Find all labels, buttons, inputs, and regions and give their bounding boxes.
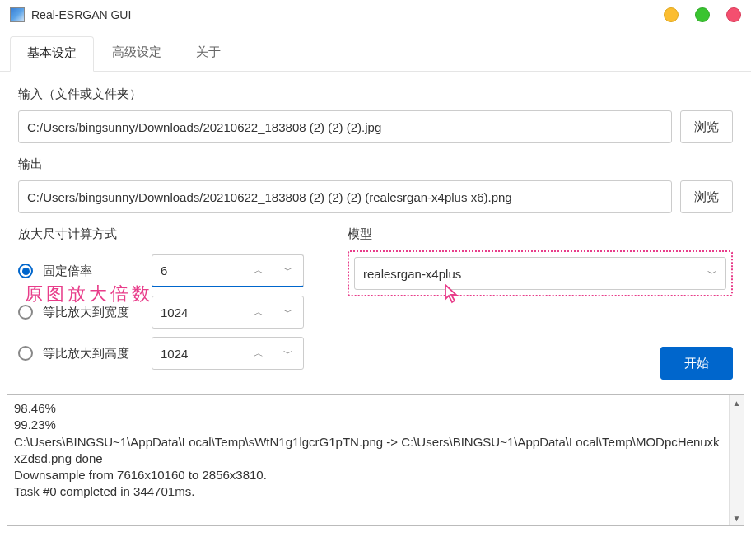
width-spinner[interactable]: 1024 ︿ ﹀ xyxy=(152,296,304,329)
model-combobox[interactable]: realesrgan-x4plus ﹀ xyxy=(354,257,726,290)
scale-method-label: 放大尺寸计算方式 xyxy=(18,226,323,242)
log-text[interactable]: 98.46% 99.23% C:\Users\BINGSU~1\AppData\… xyxy=(7,395,729,525)
scroll-down-icon[interactable]: ▼ xyxy=(730,511,744,525)
model-value: realesrgan-x4plus xyxy=(363,267,461,281)
app-title: Real-ESRGAN GUI xyxy=(31,8,131,21)
log-scrollbar[interactable]: ▲ ▼ xyxy=(729,395,744,525)
height-spinner[interactable]: 1024 ︿ ﹀ xyxy=(152,337,304,370)
ratio-spinner[interactable]: 6 ︿ ﹀ xyxy=(152,254,304,287)
output-path-field[interactable] xyxy=(18,180,672,213)
tab-bar: 基本设定 高级设定 关于 xyxy=(0,30,751,72)
radio-to-width-label: 等比放大到宽度 xyxy=(43,305,142,320)
titlebar: Real-ESRGAN GUI xyxy=(0,0,751,30)
height-up-icon[interactable]: ︿ xyxy=(244,337,273,370)
chevron-down-icon: ﹀ xyxy=(707,267,717,281)
ratio-value: 6 xyxy=(152,264,244,278)
radio-fixed-ratio-label: 固定倍率 xyxy=(43,264,142,279)
input-label: 输入（文件或文件夹） xyxy=(18,86,733,102)
app-icon xyxy=(10,7,25,22)
width-down-icon[interactable]: ﹀ xyxy=(273,296,303,329)
tab-about[interactable]: 关于 xyxy=(180,36,237,71)
radio-to-height[interactable] xyxy=(18,346,33,361)
height-value: 1024 xyxy=(152,347,244,361)
width-value: 1024 xyxy=(152,306,244,320)
minimize-button[interactable] xyxy=(664,7,679,22)
model-highlight: realesrgan-x4plus ﹀ xyxy=(348,250,733,296)
content-pane: 输入（文件或文件夹） 浏览 输出 浏览 放大尺寸计算方式 固定倍率 6 ︿ ﹀ xyxy=(0,72,751,380)
tab-advanced[interactable]: 高级设定 xyxy=(96,36,178,71)
radio-to-width[interactable] xyxy=(18,305,33,320)
log-panel: 98.46% 99.23% C:\Users\BINGSU~1\AppData\… xyxy=(7,394,744,526)
maximize-button[interactable] xyxy=(695,7,710,22)
ratio-down-icon[interactable]: ﹀ xyxy=(273,254,303,287)
output-label: 输出 xyxy=(18,156,733,172)
window-controls xyxy=(664,7,741,22)
input-path-field[interactable] xyxy=(18,110,672,143)
start-button[interactable]: 开始 xyxy=(660,347,733,380)
radio-fixed-ratio[interactable] xyxy=(18,264,33,278)
width-up-icon[interactable]: ︿ xyxy=(244,296,273,329)
browse-input-button[interactable]: 浏览 xyxy=(680,110,733,143)
ratio-up-icon[interactable]: ︿ xyxy=(244,254,273,287)
height-down-icon[interactable]: ﹀ xyxy=(273,337,303,370)
radio-to-height-label: 等比放大到高度 xyxy=(43,346,142,362)
tab-basic[interactable]: 基本设定 xyxy=(10,36,94,72)
close-button[interactable] xyxy=(726,7,741,22)
browse-output-button[interactable]: 浏览 xyxy=(680,180,733,213)
scroll-up-icon[interactable]: ▲ xyxy=(730,395,744,410)
model-label: 模型 xyxy=(348,226,733,242)
